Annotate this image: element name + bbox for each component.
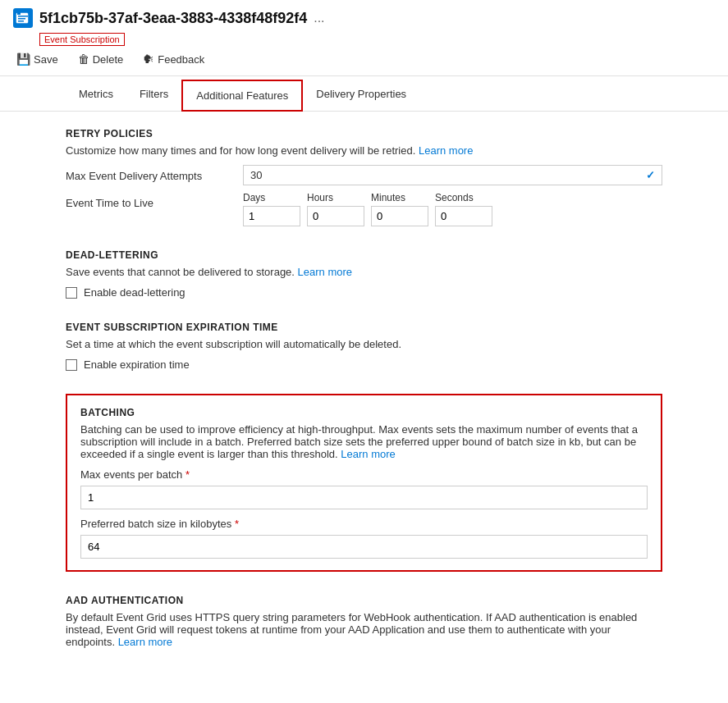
max-events-required-star: * (185, 468, 190, 481)
more-options-icon[interactable]: ... (314, 11, 324, 25)
batching-learn-more-link[interactable]: Learn more (341, 448, 395, 460)
days-input[interactable] (243, 206, 300, 226)
tab-metrics[interactable]: Metrics (66, 80, 126, 111)
resource-title: 5f1cb75b-37af-3eaa-3883-4338f48f92f4 (39, 10, 307, 27)
aad-auth-learn-more-link[interactable]: Learn more (118, 636, 172, 648)
toolbar: 💾 Save 🗑 Delete 🗣 Feedback (13, 46, 715, 71)
aad-auth-desc: By default Event Grid uses HTTPS query s… (66, 611, 662, 648)
max-events-field-group: Max events per batch * (80, 468, 648, 509)
svg-rect-2 (18, 16, 28, 17)
days-group: Days (243, 192, 300, 226)
dead-lettering-learn-more-link[interactable]: Learn more (298, 266, 352, 278)
dead-lettering-title: DEAD-LETTERING (66, 249, 662, 261)
dead-lettering-desc: Save events that cannot be delivered to … (66, 266, 662, 278)
max-events-input[interactable] (80, 486, 648, 509)
dead-lettering-checkbox-row: Enable dead-lettering (66, 286, 662, 299)
aad-auth-section: AAD AUTHENTICATION By default Event Grid… (66, 595, 662, 648)
minutes-group: Minutes (371, 192, 428, 226)
event-expiration-desc: Set a time at which the event subscripti… (66, 338, 662, 350)
retry-policies-learn-more-link[interactable]: Learn more (419, 144, 473, 157)
max-event-select[interactable]: 30 ✓ (243, 165, 662, 185)
check-icon: ✓ (646, 169, 655, 181)
event-expiration-checkbox-row: Enable expiration time (66, 358, 662, 371)
seconds-group: Seconds (435, 192, 492, 226)
event-expiration-checkbox[interactable] (66, 359, 77, 371)
tabs-bar: Metrics Filters Additional Features Deli… (0, 80, 728, 112)
days-label: Days (243, 192, 300, 203)
svg-rect-1 (17, 11, 21, 15)
resource-icon (13, 8, 33, 28)
dead-lettering-section: DEAD-LETTERING Save events that cannot b… (66, 249, 662, 299)
event-expiration-section: EVENT SUBSCRIPTION EXPIRATION TIME Set a… (66, 322, 662, 371)
aad-auth-title: AAD AUTHENTICATION (66, 595, 662, 606)
preferred-batch-label: Preferred batch size in kilobytes * (80, 518, 648, 530)
top-bar: 5f1cb75b-37af-3eaa-3883-4338f48f92f4 ...… (0, 0, 728, 76)
retry-policies-section: RETRY POLICIES Customize how many times … (66, 128, 662, 226)
seconds-input[interactable] (435, 206, 492, 226)
time-inputs-group: Days Hours Minutes Seconds (243, 192, 662, 226)
minutes-label: Minutes (371, 192, 428, 203)
feedback-button[interactable]: 🗣 Feedback (140, 51, 208, 67)
max-event-delivery-value: 30 ✓ (243, 165, 662, 185)
tab-additional-features[interactable]: Additional Features (181, 80, 303, 112)
batching-section: BATCHING Batching can be used to improve… (66, 394, 662, 572)
preferred-batch-field-group: Preferred batch size in kilobytes * (80, 518, 648, 559)
retry-policies-title: RETRY POLICIES (66, 128, 662, 139)
event-ttl-row: Event Time to Live Days Hours Minutes (66, 192, 662, 226)
max-event-delivery-row: Max Event Delivery Attempts 30 ✓ (66, 165, 662, 185)
tab-delivery-properties[interactable]: Delivery Properties (303, 80, 419, 111)
event-expiration-checkbox-label: Enable expiration time (84, 358, 190, 371)
dead-lettering-checkbox[interactable] (66, 287, 77, 299)
hours-input[interactable] (307, 206, 364, 226)
preferred-batch-input[interactable] (80, 535, 648, 559)
preferred-batch-required-star: * (235, 518, 239, 530)
resource-subtitle: Event Subscription (39, 33, 125, 46)
event-ttl-inputs: Days Hours Minutes Seconds (243, 192, 662, 226)
batching-desc: Batching can be used to improve efficien… (80, 423, 648, 460)
save-icon: 💾 (16, 52, 30, 66)
hours-label: Hours (307, 192, 364, 203)
delete-button[interactable]: 🗑 Delete (75, 51, 127, 67)
svg-rect-3 (18, 18, 25, 20)
main-content: RETRY POLICIES Customize how many times … (0, 112, 728, 687)
batching-title: BATCHING (80, 407, 648, 418)
event-expiration-title: EVENT SUBSCRIPTION EXPIRATION TIME (66, 322, 662, 333)
dead-lettering-checkbox-label: Enable dead-lettering (84, 286, 185, 299)
event-ttl-label: Event Time to Live (66, 192, 230, 209)
feedback-icon: 🗣 (143, 52, 154, 66)
title-row: 5f1cb75b-37af-3eaa-3883-4338f48f92f4 ... (13, 8, 715, 28)
delete-icon: 🗑 (78, 52, 89, 66)
retry-policies-desc: Customize how many times and for how lon… (66, 144, 662, 157)
seconds-label: Seconds (435, 192, 492, 203)
hours-group: Hours (307, 192, 364, 226)
max-event-delivery-label: Max Event Delivery Attempts (66, 165, 230, 182)
tab-filters[interactable]: Filters (126, 80, 181, 111)
max-events-label: Max events per batch * (80, 468, 648, 481)
save-button[interactable]: 💾 Save (13, 51, 62, 67)
minutes-input[interactable] (371, 206, 428, 226)
svg-rect-4 (18, 21, 24, 22)
